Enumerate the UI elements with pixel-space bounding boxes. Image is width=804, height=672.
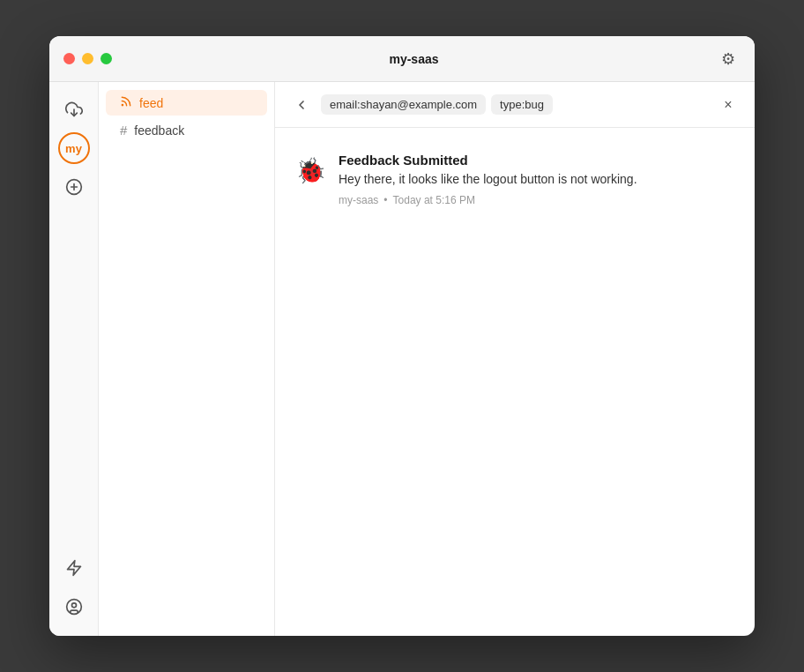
main-panel: email:shayan@example.com type:bug × 🐞 Fe… — [275, 82, 755, 636]
traffic-lights — [63, 53, 112, 64]
main-content: my — [49, 82, 755, 636]
settings-button[interactable]: ⚙ — [716, 47, 741, 71]
message-workspace: my-saas — [339, 194, 378, 206]
workspace-avatar[interactable]: my — [57, 131, 91, 165]
meta-dot: • — [383, 194, 387, 206]
message-meta: my-saas • Today at 5:16 PM — [339, 194, 737, 206]
channel-item-feedback[interactable]: # feedback — [106, 117, 267, 143]
messages-area: 🐞 Feedback Submitted Hey there, it looks… — [275, 128, 755, 636]
maximize-button[interactable] — [100, 53, 112, 64]
search-bar: email:shayan@example.com type:bug × — [275, 82, 755, 128]
filter-tag-email[interactable]: email:shayan@example.com — [321, 94, 486, 115]
clear-filters-button[interactable]: × — [716, 93, 741, 117]
channel-sidebar: feed # feedback — [99, 82, 275, 636]
message-avatar: 🐞 — [293, 153, 328, 188]
svg-marker-4 — [67, 561, 80, 576]
workspace-label[interactable]: my — [58, 132, 90, 164]
bolt-button[interactable] — [57, 551, 91, 585]
app-title: my-saas — [123, 52, 705, 66]
message-body: Feedback Submitted Hey there, it looks l… — [339, 153, 737, 206]
channel-label-feed: feed — [139, 96, 163, 110]
inbox-button[interactable] — [57, 93, 91, 126]
back-button[interactable] — [289, 93, 314, 117]
svg-point-6 — [71, 603, 76, 608]
hash-icon: # — [120, 123, 127, 138]
titlebar: my-saas ⚙ — [49, 36, 755, 82]
add-workspace-button[interactable] — [57, 170, 91, 204]
message-item: 🐞 Feedback Submitted Hey there, it looks… — [293, 146, 737, 213]
minimize-button[interactable] — [82, 53, 93, 64]
channel-label-feedback: feedback — [134, 123, 184, 138]
close-button[interactable] — [63, 53, 75, 64]
profile-button[interactable] — [57, 590, 91, 623]
message-text: Hey there, it looks like the logout butt… — [339, 171, 737, 189]
filter-tags: email:shayan@example.com type:bug — [321, 94, 709, 115]
filter-tag-type[interactable]: type:bug — [491, 94, 553, 115]
icon-sidebar: my — [49, 82, 99, 636]
message-timestamp: Today at 5:16 PM — [393, 194, 475, 206]
message-title: Feedback Submitted — [339, 153, 737, 168]
channel-item-feed[interactable]: feed — [106, 90, 267, 116]
rss-icon — [120, 95, 132, 110]
app-window: my-saas ⚙ my — [49, 36, 755, 636]
svg-point-7 — [122, 105, 123, 106]
